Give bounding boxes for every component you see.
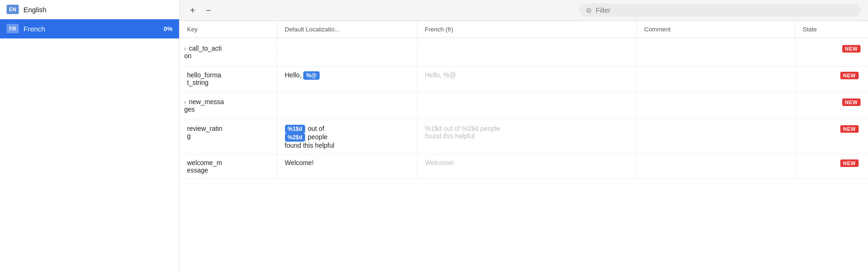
group-state-new: NEW xyxy=(795,38,868,67)
col-header-default: Default Localizatio... xyxy=(277,21,417,38)
filter-icon: ⊜ xyxy=(586,6,592,15)
item-french-hello: Hello, %@ xyxy=(417,67,636,91)
filter-input[interactable] xyxy=(596,7,854,14)
localization-table: Key Default Localizatio... French (fr) C… xyxy=(180,21,868,179)
table-row[interactable]: ›call_to_action NEW xyxy=(180,38,868,67)
add-button[interactable]: + xyxy=(187,5,198,16)
table-wrapper: Key Default Localizatio... French (fr) C… xyxy=(180,21,868,272)
item-comment-review xyxy=(636,120,795,154)
item-comment-hello xyxy=(636,67,795,91)
group-key-new-messages: ›new_messages xyxy=(180,91,277,120)
french-value-review: %1$d out of %2$d peoplefound this helpfu… xyxy=(425,125,500,140)
table-row[interactable]: hello_format_string Hello, %@ Hello, %@ … xyxy=(180,67,868,91)
toolbar: + − ⊜ xyxy=(180,0,868,21)
new-badge: NEW xyxy=(842,98,861,106)
french-badge: FR xyxy=(7,24,19,33)
group-french-empty xyxy=(417,38,636,67)
item-key-welcome: welcome_message xyxy=(180,154,277,179)
token-badge-percent-at: %@ xyxy=(303,71,319,80)
item-default-hello: Hello, %@ xyxy=(277,67,417,91)
table-row[interactable]: ›new_messages NEW xyxy=(180,91,868,120)
item-french-welcome: Welcome! xyxy=(417,154,636,179)
col-header-comment: Comment xyxy=(636,21,795,38)
token-badge-2d: %2$d xyxy=(285,133,305,142)
group-default-empty xyxy=(277,38,417,67)
table-row[interactable]: welcome_message Welcome! Welcome! NEW xyxy=(180,154,868,179)
french-value-welcome: Welcome! xyxy=(425,159,454,166)
token-badge-1d: %1$d xyxy=(285,125,305,133)
item-key-review: review_rating xyxy=(180,120,277,154)
col-header-state: State xyxy=(795,21,868,38)
chevron-right-icon: › xyxy=(184,99,186,106)
item-french-review: %1$d out of %2$d peoplefound this helpfu… xyxy=(417,120,636,154)
item-state-review: NEW xyxy=(795,120,868,154)
new-badge: NEW xyxy=(842,45,861,53)
item-default-review: %1$d out of %2$d people found this helpf… xyxy=(277,120,417,154)
french-label: French xyxy=(23,25,159,33)
group-comment-empty2 xyxy=(636,91,795,120)
col-header-key: Key xyxy=(180,21,277,38)
english-badge: EN xyxy=(7,5,19,14)
group-key-call-to-action: ›call_to_action xyxy=(180,38,277,67)
table-header-row: Key Default Localizatio... French (fr) C… xyxy=(180,21,868,38)
group-french-empty2 xyxy=(417,91,636,120)
sidebar-item-english[interactable]: EN English xyxy=(0,0,179,19)
col-header-french: French (fr) xyxy=(417,21,636,38)
group-state-new2: NEW xyxy=(795,91,868,120)
french-value-hello: Hello, %@ xyxy=(425,71,456,79)
item-state-welcome: NEW xyxy=(795,154,868,179)
item-key-hello: hello_format_string xyxy=(180,67,277,91)
item-default-welcome: Welcome! xyxy=(277,154,417,179)
item-state-hello: NEW xyxy=(795,67,868,91)
english-label: English xyxy=(23,6,172,14)
item-comment-welcome xyxy=(636,154,795,179)
remove-button[interactable]: − xyxy=(203,5,214,16)
new-badge: NEW xyxy=(840,159,859,167)
group-comment-empty xyxy=(636,38,795,67)
main-content: + − ⊜ Key Default Localizatio... French … xyxy=(180,0,868,272)
group-default-empty2 xyxy=(277,91,417,120)
french-percentage: 0% xyxy=(164,25,172,32)
table-row[interactable]: review_rating %1$d out of %2$d people fo… xyxy=(180,120,868,154)
sidebar: EN English FR French 0% xyxy=(0,0,180,272)
sidebar-item-french[interactable]: FR French 0% xyxy=(0,19,179,38)
chevron-right-icon: › xyxy=(184,45,186,52)
filter-wrapper: ⊜ xyxy=(579,4,861,17)
new-badge: NEW xyxy=(840,125,859,133)
new-badge: NEW xyxy=(840,72,859,79)
